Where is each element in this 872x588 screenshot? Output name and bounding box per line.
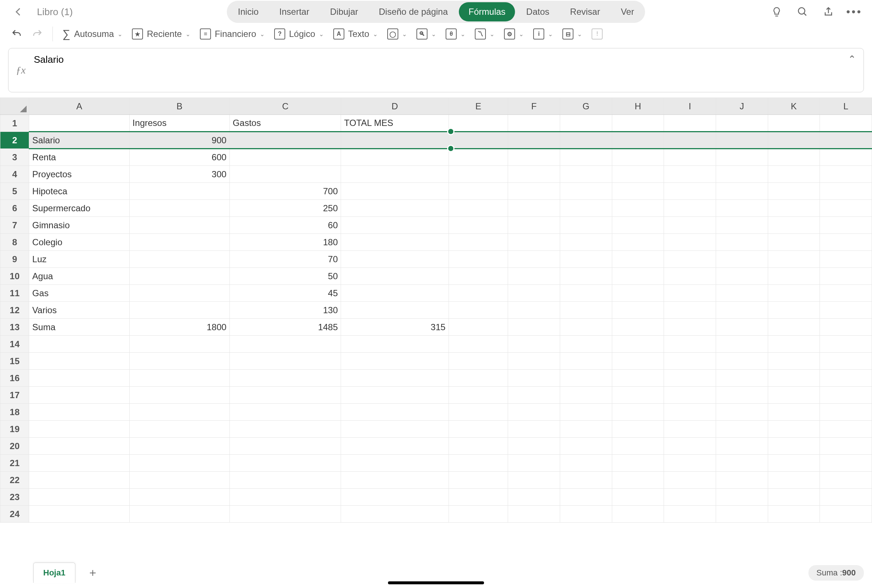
- tab-inicio[interactable]: Inicio: [228, 2, 268, 21]
- cell-E15[interactable]: [449, 353, 508, 370]
- cell-I3[interactable]: [664, 149, 716, 166]
- date-time-button[interactable]: ◯ ⌄: [387, 28, 407, 39]
- row-header[interactable]: 3: [0, 149, 29, 166]
- cell-C15[interactable]: [230, 353, 341, 370]
- cell-I10[interactable]: [664, 268, 716, 285]
- cell-L4[interactable]: [820, 166, 872, 183]
- cell-A21[interactable]: [29, 454, 129, 472]
- cell-D12[interactable]: [341, 302, 449, 319]
- tab-insertar[interactable]: Insertar: [270, 2, 319, 21]
- cell-E19[interactable]: [449, 421, 508, 438]
- cell-A16[interactable]: [29, 370, 129, 387]
- row-header[interactable]: 17: [0, 387, 29, 404]
- cell-A20[interactable]: [29, 438, 129, 454]
- cell-E17[interactable]: [449, 387, 508, 404]
- cell-C23[interactable]: [230, 489, 341, 506]
- cell-E20[interactable]: [449, 438, 508, 454]
- cell-G17[interactable]: [560, 387, 612, 404]
- cell-E24[interactable]: [449, 506, 508, 523]
- cell-K13[interactable]: [768, 319, 820, 336]
- cell-J15[interactable]: [716, 353, 768, 370]
- cell-K17[interactable]: [768, 387, 820, 404]
- cell-G8[interactable]: [560, 234, 612, 251]
- cell-L14[interactable]: [820, 336, 872, 353]
- cell-G2[interactable]: [560, 132, 612, 149]
- cell-G12[interactable]: [560, 302, 612, 319]
- cell-B16[interactable]: [129, 370, 230, 387]
- cell-E22[interactable]: [449, 472, 508, 489]
- cell-B1[interactable]: Ingresos: [129, 115, 230, 132]
- cell-C1[interactable]: Gastos: [230, 115, 341, 132]
- cell-D7[interactable]: [341, 217, 449, 234]
- cell-K14[interactable]: [768, 336, 820, 353]
- cell-D18[interactable]: [341, 404, 449, 421]
- error-check-button[interactable]: !: [591, 28, 603, 39]
- cell-C7[interactable]: 60: [230, 217, 341, 234]
- cell-I16[interactable]: [664, 370, 716, 387]
- row-header[interactable]: 10: [0, 268, 29, 285]
- cell-D23[interactable]: [341, 489, 449, 506]
- cell-E16[interactable]: [449, 370, 508, 387]
- row-header[interactable]: 19: [0, 421, 29, 438]
- cell-A13[interactable]: Suma: [29, 319, 129, 336]
- cell-L19[interactable]: [820, 421, 872, 438]
- cell-I15[interactable]: [664, 353, 716, 370]
- cell-L8[interactable]: [820, 234, 872, 251]
- row-header[interactable]: 2: [0, 132, 29, 149]
- cell-H24[interactable]: [612, 506, 664, 523]
- cell-K23[interactable]: [768, 489, 820, 506]
- cell-L16[interactable]: [820, 370, 872, 387]
- cell-I9[interactable]: [664, 251, 716, 268]
- cell-L6[interactable]: [820, 200, 872, 217]
- cell-C21[interactable]: [230, 454, 341, 472]
- cell-C5[interactable]: 700: [230, 183, 341, 200]
- cell-G22[interactable]: [560, 472, 612, 489]
- cell-F18[interactable]: [508, 404, 560, 421]
- cell-F20[interactable]: [508, 438, 560, 454]
- cell-H21[interactable]: [612, 454, 664, 472]
- cell-E3[interactable]: [449, 149, 508, 166]
- row-header[interactable]: 11: [0, 285, 29, 302]
- cell-L20[interactable]: [820, 438, 872, 454]
- cell-L1[interactable]: [820, 115, 872, 132]
- cell-E10[interactable]: [449, 268, 508, 285]
- cell-L3[interactable]: [820, 149, 872, 166]
- cell-K10[interactable]: [768, 268, 820, 285]
- cell-K22[interactable]: [768, 472, 820, 489]
- row-header[interactable]: 18: [0, 404, 29, 421]
- text-button[interactable]: A Texto ⌄: [333, 28, 378, 39]
- selection-handle-top[interactable]: [447, 128, 455, 135]
- cell-H12[interactable]: [612, 302, 664, 319]
- cell-H5[interactable]: [612, 183, 664, 200]
- cell-K2[interactable]: [768, 132, 820, 149]
- col-header-A[interactable]: A: [29, 98, 129, 115]
- cell-G21[interactable]: [560, 454, 612, 472]
- cell-C24[interactable]: [230, 506, 341, 523]
- cell-E14[interactable]: [449, 336, 508, 353]
- cell-I19[interactable]: [664, 421, 716, 438]
- cell-F8[interactable]: [508, 234, 560, 251]
- cell-B23[interactable]: [129, 489, 230, 506]
- tab-diseño-de-página[interactable]: Diseño de página: [369, 2, 458, 21]
- cell-G18[interactable]: [560, 404, 612, 421]
- cell-H17[interactable]: [612, 387, 664, 404]
- cell-I17[interactable]: [664, 387, 716, 404]
- cell-L17[interactable]: [820, 387, 872, 404]
- col-header-L[interactable]: L: [820, 98, 872, 115]
- cell-K20[interactable]: [768, 438, 820, 454]
- cell-I13[interactable]: [664, 319, 716, 336]
- tab-ver[interactable]: Ver: [611, 2, 644, 21]
- select-all-corner[interactable]: [0, 98, 29, 115]
- cell-F24[interactable]: [508, 506, 560, 523]
- cell-G16[interactable]: [560, 370, 612, 387]
- cell-I4[interactable]: [664, 166, 716, 183]
- cell-A12[interactable]: Varios: [29, 302, 129, 319]
- cell-A22[interactable]: [29, 472, 129, 489]
- col-header-E[interactable]: E: [449, 98, 508, 115]
- cell-E1[interactable]: [449, 115, 508, 132]
- cell-D24[interactable]: [341, 506, 449, 523]
- cell-A14[interactable]: [29, 336, 129, 353]
- cell-J22[interactable]: [716, 472, 768, 489]
- cell-L9[interactable]: [820, 251, 872, 268]
- cell-I7[interactable]: [664, 217, 716, 234]
